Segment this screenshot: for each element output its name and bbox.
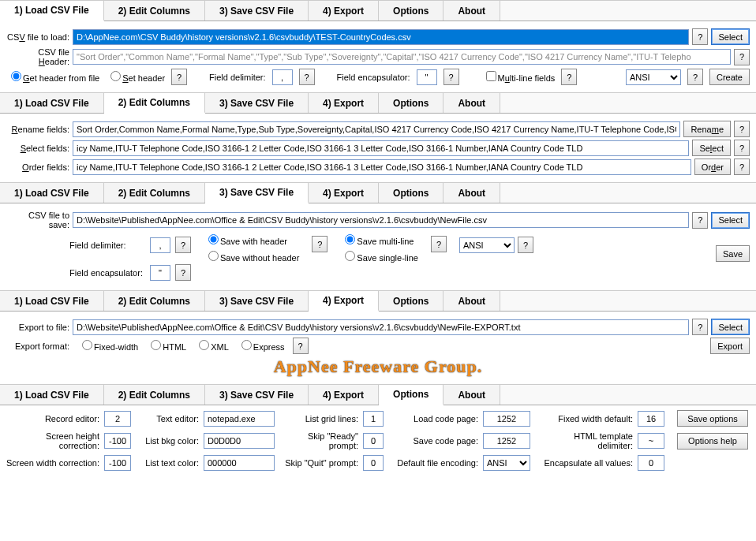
tab-save-csv[interactable]: 3) Save CSV File: [205, 183, 309, 203]
tab-options[interactable]: Options: [379, 93, 443, 113]
field-delimiter-input[interactable]: [272, 69, 293, 85]
list-grid-lines-input[interactable]: [363, 411, 384, 427]
help-order[interactable]: [734, 159, 750, 175]
csv-save-path-input[interactable]: [73, 212, 689, 228]
help-header-mode[interactable]: [171, 69, 187, 85]
tab-edit-columns[interactable]: 2) Edit Columns: [104, 1, 205, 21]
save-code-page-input[interactable]: [483, 433, 530, 449]
html-template-delimiter-input[interactable]: [638, 433, 664, 449]
checkbox-multiline[interactable]: Multi-line fields: [481, 71, 556, 83]
tab-about[interactable]: About: [443, 385, 500, 405]
tab-options[interactable]: Options: [379, 291, 443, 311]
tab-save-csv[interactable]: 3) Save CSV File: [205, 93, 309, 113]
tab-load-csv[interactable]: 1) Load CSV File: [0, 93, 104, 113]
export-button[interactable]: Export: [710, 338, 750, 354]
encoding-select-load[interactable]: ANSI: [626, 69, 681, 85]
radio-set-header[interactable]: Set header: [106, 71, 165, 83]
screen-width-correction-input[interactable]: [104, 455, 131, 471]
export-path-input[interactable]: [73, 319, 689, 335]
tabs-1: 1) Load CSV File 2) Edit Columns 3) Save…: [0, 1, 756, 21]
list-text-color-input[interactable]: [204, 455, 275, 471]
help-encoding-load[interactable]: [687, 69, 703, 85]
select-export-file-button[interactable]: Select: [711, 319, 750, 335]
radio-html[interactable]: HTML: [146, 340, 186, 352]
tab-load-csv[interactable]: 1) Load CSV File: [0, 183, 104, 203]
order-button[interactable]: Order: [694, 159, 731, 175]
fixed-width-default-input[interactable]: [638, 411, 664, 427]
tab-load-csv[interactable]: 1) Load CSV File: [0, 291, 104, 311]
default-file-encoding-select[interactable]: ANSI: [483, 455, 530, 471]
help-encoding-save[interactable]: [518, 237, 533, 253]
record-editor-input[interactable]: [104, 411, 131, 427]
load-code-page-input[interactable]: [483, 411, 530, 427]
tab-edit-columns[interactable]: 2) Edit Columns: [104, 385, 205, 405]
radio-fixed-width[interactable]: Fixed-width: [77, 340, 138, 352]
tab-options[interactable]: Options: [379, 1, 443, 21]
skip-quit-prompt-input[interactable]: [363, 455, 384, 471]
label-load-code-page: Load code page:: [395, 414, 478, 423]
select-fields-input[interactable]: [73, 140, 689, 156]
select-fields-button[interactable]: Select: [692, 140, 731, 156]
help-save-encap[interactable]: [175, 264, 191, 281]
radio-save-singleline[interactable]: Save single-line: [340, 251, 418, 263]
help-save-path[interactable]: [692, 212, 708, 229]
help-header[interactable]: [734, 49, 750, 65]
save-delimiter-input[interactable]: [150, 237, 170, 253]
rename-fields-input[interactable]: [73, 121, 680, 137]
radio-get-header[interactable]: Get header from file: [6, 71, 99, 83]
help-multiline[interactable]: [561, 69, 577, 85]
help-save-multiline[interactable]: [431, 236, 447, 252]
radio-save-without-header[interactable]: Save without header: [204, 251, 299, 263]
tab-edit-columns[interactable]: 2) Edit Columns: [104, 93, 205, 114]
help-save-header[interactable]: [312, 236, 327, 252]
encapsulate-all-values-input[interactable]: [638, 455, 664, 471]
tab-load-csv[interactable]: 1) Load CSV File: [0, 385, 104, 405]
order-fields-input[interactable]: [73, 159, 691, 175]
tab-save-csv[interactable]: 3) Save CSV File: [205, 291, 309, 311]
csv-header-input[interactable]: [73, 49, 731, 65]
tab-load-csv[interactable]: 1) Load CSV File: [0, 1, 104, 21]
tab-about[interactable]: About: [443, 93, 500, 113]
save-button[interactable]: Save: [716, 245, 750, 262]
tab-save-csv[interactable]: 3) Save CSV File: [205, 1, 309, 21]
help-export-path[interactable]: [692, 319, 708, 335]
text-editor-input[interactable]: [204, 411, 275, 427]
tab-export[interactable]: 4) Export: [309, 385, 379, 405]
help-save-delimiter[interactable]: [175, 237, 191, 253]
tab-about[interactable]: About: [443, 183, 500, 203]
help-encapsulator[interactable]: [443, 69, 459, 85]
help-delimiter[interactable]: [299, 69, 315, 85]
save-options-button[interactable]: Save options: [677, 410, 748, 427]
radio-save-with-header[interactable]: Save with header: [204, 234, 299, 246]
tab-edit-columns[interactable]: 2) Edit Columns: [104, 183, 205, 203]
csv-load-path-input[interactable]: [73, 29, 689, 45]
tab-export[interactable]: 4) Export: [309, 93, 379, 113]
tab-edit-columns[interactable]: 2) Edit Columns: [104, 291, 205, 311]
tab-export[interactable]: 4) Export: [309, 291, 379, 312]
options-help-button[interactable]: Options help: [677, 433, 748, 450]
tab-export[interactable]: 4) Export: [309, 1, 379, 21]
screen-height-correction-input[interactable]: [104, 433, 131, 449]
radio-xml[interactable]: XML: [194, 340, 229, 352]
field-encapsulator-input[interactable]: [417, 69, 437, 85]
skip-ready-prompt-input[interactable]: [363, 433, 384, 449]
help-select-fields[interactable]: [734, 140, 750, 156]
help-export-format[interactable]: [293, 338, 309, 354]
tab-options[interactable]: Options: [379, 183, 443, 203]
select-load-file-button[interactable]: Select: [711, 28, 750, 45]
tab-about[interactable]: About: [443, 1, 500, 21]
help-load-path[interactable]: [692, 28, 708, 45]
create-button[interactable]: Create: [709, 69, 750, 85]
list-bkg-color-input[interactable]: [204, 433, 275, 449]
encoding-select-save[interactable]: ANSI: [459, 237, 515, 253]
help-rename[interactable]: [734, 121, 750, 137]
tab-save-csv[interactable]: 3) Save CSV File: [205, 385, 309, 405]
tab-about[interactable]: About: [443, 291, 500, 311]
tab-export[interactable]: 4) Export: [309, 183, 379, 203]
select-save-file-button[interactable]: Select: [711, 212, 750, 229]
radio-express[interactable]: Express: [237, 340, 285, 352]
save-encap-input[interactable]: [150, 265, 170, 281]
rename-button[interactable]: Rename: [683, 121, 731, 137]
radio-save-multiline[interactable]: Save multi-line: [340, 234, 418, 246]
tab-options[interactable]: Options: [379, 385, 443, 405]
